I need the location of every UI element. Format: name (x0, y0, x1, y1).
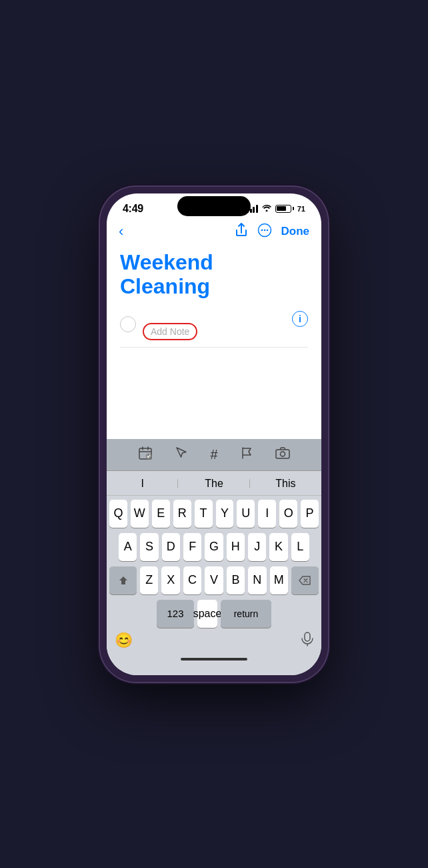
predictive-word-3[interactable]: This (250, 476, 321, 491)
nav-bar: ‹ Done (107, 218, 321, 245)
keyboard-accessory-bar: # (107, 439, 321, 471)
add-note-highlight[interactable]: Add Note (143, 323, 197, 340)
key-D[interactable]: D (162, 533, 180, 561)
svg-point-2 (263, 229, 265, 231)
content-area: Weekend Cleaning Add Note i (107, 245, 321, 439)
key-G[interactable]: G (205, 533, 223, 561)
shift-key[interactable] (109, 566, 137, 594)
task-title-field[interactable] (143, 308, 308, 322)
key-B[interactable]: B (227, 566, 245, 594)
key-L[interactable]: L (291, 533, 309, 561)
emoji-button[interactable]: 😊 (115, 632, 133, 649)
key-Y[interactable]: Y (216, 500, 234, 528)
keyboard-rows: Q W E R T Y U I O P A S D F G (107, 496, 321, 628)
mic-button[interactable] (301, 632, 313, 650)
key-S[interactable]: S (140, 533, 158, 561)
status-icons: 71 (247, 203, 305, 213)
task-row: Add Note i (120, 308, 308, 348)
key-M[interactable]: M (270, 566, 288, 594)
key-E[interactable]: E (152, 500, 170, 528)
wifi-icon (261, 203, 272, 213)
backspace-key[interactable] (291, 566, 319, 594)
home-bar (181, 658, 247, 661)
key-Z[interactable]: Z (140, 566, 158, 594)
key-R[interactable]: R (173, 500, 191, 528)
key-N[interactable]: N (248, 566, 266, 594)
key-P[interactable]: P (301, 500, 319, 528)
status-time: 4:49 (123, 203, 143, 215)
task-input-area: Add Note (143, 308, 308, 340)
key-W[interactable]: W (131, 500, 149, 528)
key-C[interactable]: C (183, 566, 201, 594)
key-I[interactable]: I (258, 500, 276, 528)
key-U[interactable]: U (237, 500, 255, 528)
key-O[interactable]: O (279, 500, 297, 528)
key-V[interactable]: V (205, 566, 223, 594)
predictive-word-1[interactable]: I (107, 476, 178, 491)
key-row-3: Z X C V B N M (109, 566, 319, 594)
phone-shell: 4:49 71 (100, 187, 328, 682)
predictive-bar: I The This (107, 471, 321, 496)
flag-accessory-icon[interactable] (241, 446, 253, 463)
key-row-2: A S D F G H J K L (109, 533, 319, 561)
predictive-word-2[interactable]: The (178, 476, 249, 491)
svg-point-1 (261, 229, 263, 231)
home-indicator (107, 653, 321, 670)
more-button[interactable] (257, 223, 272, 241)
key-T[interactable]: T (195, 500, 213, 528)
task-checkbox[interactable] (120, 316, 136, 332)
key-row-4: 123 space return (109, 600, 319, 628)
page-title: Weekend Cleaning (120, 250, 308, 300)
svg-point-3 (266, 229, 268, 231)
dynamic-island (177, 196, 251, 216)
key-F[interactable]: F (183, 533, 201, 561)
share-button[interactable] (235, 223, 248, 241)
numbers-key[interactable]: 123 (157, 600, 194, 628)
key-H[interactable]: H (227, 533, 245, 561)
add-note-field[interactable]: Add Note (143, 323, 308, 340)
svg-point-7 (280, 452, 285, 456)
key-J[interactable]: J (248, 533, 266, 561)
key-row-1: Q W E R T Y U I O P (109, 500, 319, 528)
return-key[interactable]: return (221, 600, 271, 628)
key-K[interactable]: K (269, 533, 287, 561)
camera-accessory-icon[interactable] (275, 447, 290, 462)
svg-rect-6 (276, 450, 289, 458)
key-X[interactable]: X (161, 566, 179, 594)
battery-icon (275, 205, 294, 213)
back-button[interactable]: ‹ (119, 223, 123, 240)
location-accessory-icon[interactable] (175, 446, 187, 463)
battery-percent: 71 (297, 205, 305, 213)
done-button[interactable]: Done (281, 225, 310, 238)
info-button[interactable]: i (292, 311, 308, 327)
calendar-accessory-icon[interactable] (138, 446, 153, 464)
keyboard-bottom: 😊 (107, 628, 321, 653)
nav-actions: Done (235, 223, 310, 241)
phone-screen: 4:49 71 (107, 193, 321, 675)
hashtag-accessory-icon[interactable]: # (210, 447, 217, 462)
key-A[interactable]: A (119, 533, 137, 561)
space-key[interactable]: space (197, 600, 217, 628)
keyboard-area: # I The This (107, 439, 321, 675)
key-Q[interactable]: Q (109, 500, 127, 528)
svg-rect-8 (305, 632, 310, 641)
